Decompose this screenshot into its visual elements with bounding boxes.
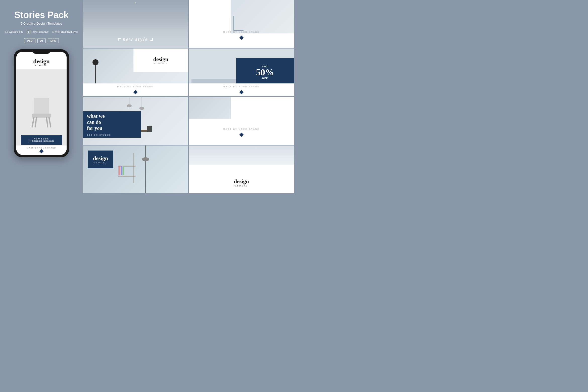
svg-line-2 <box>32 118 34 127</box>
phone-chair-area: NEW LOOK INTERIOR DESIGN <box>16 69 67 155</box>
card7-design-box: design STUDIO <box>88 151 113 168</box>
phone-screen: design STUDIO NEW <box>16 52 67 155</box>
svg-point-15 <box>127 104 132 107</box>
card2-photo <box>231 0 294 33</box>
svg-rect-24 <box>118 166 135 167</box>
layers-icon: ≡ <box>52 30 54 34</box>
main-title: Stories Pack <box>14 10 69 20</box>
template-card-6: MADE BY YOUR BRAND <box>189 97 294 145</box>
card2-made-by: MADE BY YOUR BRAND <box>189 31 294 33</box>
svg-point-30 <box>142 157 149 161</box>
svg-rect-0 <box>34 98 49 114</box>
card3-studio: STUDIO <box>154 63 168 65</box>
card8-text-area: design STUDIO <box>189 178 294 187</box>
template-card-8: design STUDIO <box>189 145 294 193</box>
feature-fonts-label: Free Fonts use <box>32 30 48 33</box>
bracket-bottomright-icon <box>150 38 153 41</box>
svg-rect-27 <box>121 166 122 175</box>
card6-photo <box>189 97 231 119</box>
svg-rect-1 <box>32 114 51 118</box>
card2-diamond-icon <box>239 36 243 40</box>
new-style-text: new style <box>123 36 148 42</box>
card5-what-text: what we can do for you <box>87 113 105 131</box>
format-psd: PSD <box>24 38 35 43</box>
svg-rect-23 <box>133 153 134 183</box>
phone-diamond-icon <box>39 149 44 153</box>
right-panel: new style MADE BY YOUR BRAND <box>83 0 294 196</box>
svg-rect-20 <box>147 126 152 132</box>
phone-studio-text: STUDIO <box>16 64 67 67</box>
card8-photo <box>189 145 294 165</box>
card4-discount-box: GET 50% OFF <box>236 58 294 87</box>
feature-layers: ≡ Well organized layer <box>52 30 78 34</box>
new-style-wrapper: new style <box>118 36 153 42</box>
card2-footer-area: MADE BY YOUR BRAND <box>189 31 294 40</box>
formats-row: PSD Ai EPS <box>24 38 59 43</box>
card4-footer: MADE BY YOUR BRAND <box>189 83 294 96</box>
feature-fonts: T Free Fonts use <box>27 30 48 33</box>
card6-made-by: MADE BY YOUR BRAND <box>189 128 294 130</box>
card8-design: design <box>189 178 294 185</box>
bracket-topleft-icon <box>118 38 121 41</box>
card2-decor-v <box>233 16 234 31</box>
template-card-3: design STUDIO MADE BY YOUR BRAND <box>83 48 188 96</box>
card3-diamond-icon <box>133 90 138 94</box>
card5-sub: DESIGN STUDIO <box>87 134 111 136</box>
phone-made-by: MADE BY YOUR BRAND <box>16 147 67 149</box>
phone-banner-line1: NEW LOOK <box>23 138 60 140</box>
template-card-2: MADE BY YOUR BRAND <box>189 0 294 48</box>
card4-made-by: MADE BY YOUR BRAND <box>189 85 294 88</box>
format-eps: EPS <box>48 38 59 43</box>
svg-line-5 <box>46 118 48 127</box>
features-row: ⚖ Editable File T Free Fonts use ≡ Well … <box>5 30 78 34</box>
svg-line-4 <box>35 118 36 127</box>
left-panel: Stories Pack 6 Creative Design Templates… <box>0 0 83 196</box>
phone-notch <box>33 49 50 54</box>
svg-rect-25 <box>118 176 135 177</box>
card3-made-by: MADE BY YOUR BRAND <box>83 85 188 88</box>
fonts-icon: T <box>27 30 30 33</box>
svg-point-17 <box>139 107 144 110</box>
card6-footer-area: MADE BY YOUR BRAND <box>189 128 294 137</box>
phone-mockup: design STUDIO NEW <box>14 49 69 157</box>
phone-header: design STUDIO <box>16 52 67 69</box>
svg-rect-28 <box>122 167 124 175</box>
svg-point-6 <box>92 59 99 65</box>
card5-headline-box: what we can do for you DESIGN STUDIO <box>83 111 141 138</box>
feature-editable-label: Editable File <box>9 30 23 33</box>
svg-line-3 <box>49 118 51 127</box>
card1-top-hint <box>135 3 136 4</box>
editable-icon: ⚖ <box>5 30 8 34</box>
template-card-1: new style <box>83 0 188 48</box>
format-ai: Ai <box>37 38 46 43</box>
card4-percent-text: 50% <box>256 68 274 77</box>
card4-off-text: OFF <box>262 77 268 79</box>
template-card-4: GET 50% OFF MADE BY YOUR BRAND <box>189 48 294 96</box>
chair-svg <box>28 95 55 128</box>
svg-rect-26 <box>118 166 120 175</box>
card4-diamond-icon <box>239 90 243 94</box>
phone-design-text: design <box>16 58 67 64</box>
phone-banner: NEW LOOK INTERIOR DESIGN <box>21 135 62 145</box>
card7-design: design <box>93 155 108 162</box>
phone-banner-line2: INTERIOR DESIGN <box>23 140 60 142</box>
card3-design: design <box>153 56 168 63</box>
feature-layers-label: Well organized layer <box>55 30 78 33</box>
card8-studio: STUDIO <box>189 185 294 187</box>
card6-diamond-icon <box>239 133 243 137</box>
template-card-5: what we can do for you DESIGN STUDIO <box>83 97 188 145</box>
card7-studio: STUDIO <box>93 162 108 164</box>
feature-editable: ⚖ Editable File <box>5 30 23 34</box>
card5-line2: can do <box>87 119 105 125</box>
card3-white-box: design STUDIO <box>133 48 188 72</box>
template-card-7: design STUDIO <box>83 145 188 193</box>
phone-footer: MADE BY YOUR BRAND <box>16 145 67 155</box>
card5-line3: for you <box>87 125 105 131</box>
card3-footer: MADE BY YOUR BRAND <box>83 83 188 96</box>
subtitle: 6 Creative Design Templates <box>21 22 62 25</box>
card5-line1: what we <box>87 113 105 119</box>
card1-tl-icon <box>135 3 136 4</box>
